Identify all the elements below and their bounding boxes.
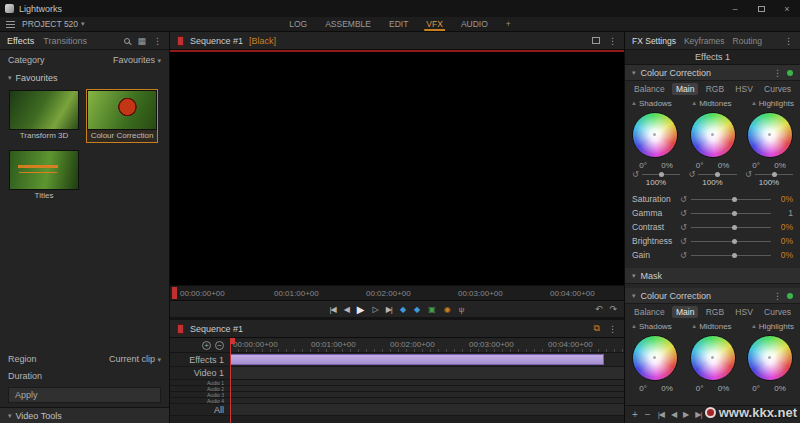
mic-icon[interactable]: ψ [459,305,465,314]
slider-knob[interactable] [659,172,664,177]
go-to-end-button[interactable]: ▶| [386,305,392,314]
favourites-group-header[interactable]: ▾ Favourites [0,70,169,86]
fx-settings-scroll[interactable]: ▾ Colour Correction ⋮ Balance Main RGB H… [625,65,800,405]
reset-icon[interactable]: ↺ [680,238,687,245]
tab-vfx[interactable]: VFX [424,17,445,31]
mode-tab-hsv[interactable]: HSV [731,306,756,318]
slider-knob[interactable] [732,211,737,216]
slider-knob[interactable] [772,172,777,177]
viewer-timecode-ruler[interactable]: 00:00:00+00 00:01:00+00 00:02:00+00 00:0… [170,285,624,300]
effect-colour-correction[interactable]: Colour Correction [86,89,158,143]
hamburger-menu-icon[interactable] [6,21,15,28]
kebab-menu-icon[interactable]: ⋮ [608,36,617,46]
midtones-colour-wheel[interactable] [690,112,736,158]
mode-tab-rgb[interactable]: RGB [702,83,728,95]
effect-titles[interactable]: Titles [8,149,80,203]
tab-assemble[interactable]: ASSEMBLE [323,17,373,31]
reset-icon[interactable]: ↺ [745,171,752,178]
play-button[interactable]: ▶ [357,304,365,315]
track-label[interactable]: Audio 3 [170,392,230,397]
effect-transform-3d[interactable]: Transform 3D [8,89,80,143]
zoom-out-icon[interactable]: − [215,341,224,350]
step-forward-button[interactable]: ▷ [373,305,378,314]
slider-track[interactable] [691,199,771,200]
minimize-button[interactable]: – [722,0,748,17]
track-content[interactable] [230,392,624,397]
track-label[interactable]: All [170,404,230,415]
add-effect-button[interactable]: + [632,409,638,420]
track-label[interactable]: Video 1 [170,367,230,379]
track-label[interactable]: Audio 4 [170,398,230,403]
step-back-button[interactable]: ◀ [344,305,349,314]
effect-clip-bar[interactable] [230,354,604,365]
slider-knob[interactable] [732,197,737,202]
reset-icon[interactable]: ↺ [689,171,696,178]
slider-track[interactable] [691,255,771,256]
go-to-end-button[interactable]: ▶| [695,410,701,419]
wheel-tab-shadows[interactable]: ▲Shadows [631,322,672,331]
slider-knob[interactable] [732,253,737,258]
apply-button[interactable]: Apply [8,387,161,403]
colour-correction-section-header[interactable]: ▾ Colour Correction ⋮ [625,65,800,81]
remove-effect-button[interactable]: − [645,409,651,420]
zoom-in-icon[interactable]: + [202,341,211,350]
reset-icon[interactable]: ↺ [680,252,687,259]
tab-transitions[interactable]: Transitions [43,36,87,46]
kebab-menu-icon[interactable]: ⋮ [773,68,782,78]
track-content[interactable] [230,380,624,385]
project-selector[interactable]: PROJECT 520 [22,19,78,29]
maximize-button[interactable] [748,0,774,17]
video-viewer[interactable] [170,50,624,285]
mode-tab-main[interactable]: Main [672,306,698,318]
midtones-colour-wheel[interactable] [690,335,736,381]
mode-tab-rgb[interactable]: RGB [702,306,728,318]
tab-edit[interactable]: EDIT [387,17,410,31]
replace-icon[interactable]: ▣ [428,305,436,314]
wheel-tab-shadows[interactable]: ▲Shadows [631,99,672,108]
mask-section-header[interactable]: ▾ Mask [625,268,800,284]
track-content[interactable] [230,386,624,391]
layers-icon[interactable]: ⧉ [594,323,600,334]
wheel-tab-midtones[interactable]: ▲Midtones [691,99,731,108]
wheel-luma-slider[interactable] [698,174,736,175]
grid-view-icon[interactable]: ▦ [137,36,146,46]
track-label[interactable]: Effects 1 [170,353,230,366]
play-button[interactable]: ▶ [683,410,688,419]
slider-track[interactable] [691,227,771,228]
tab-keyframes[interactable]: Keyframes [684,36,725,46]
shadows-colour-wheel[interactable] [632,335,678,381]
highlights-colour-wheel[interactable] [747,112,793,158]
kebab-menu-icon[interactable]: ⋮ [784,36,793,46]
go-to-start-button[interactable]: |◀ [658,410,664,419]
tab-fx-settings[interactable]: FX Settings [632,36,676,46]
slider-track[interactable] [691,241,771,242]
colour-correction-2-section-header[interactable]: ▾ Colour Correction ⋮ [625,288,800,304]
timeline-timecode-ruler[interactable]: 00:00:00+00 00:01:00+00 00:02:00+00 00:0… [230,338,624,352]
wheel-tab-midtones[interactable]: ▲Midtones [691,322,731,331]
mode-tab-hsv[interactable]: HSV [731,83,756,95]
timeline-playhead[interactable] [230,338,231,423]
shadows-colour-wheel[interactable] [632,112,678,158]
mode-tab-curves[interactable]: Curves [760,83,795,95]
region-dropdown[interactable]: Current clip ▾ [109,354,161,364]
mode-tab-balance[interactable]: Balance [630,83,669,95]
reset-icon[interactable]: ↺ [632,171,639,178]
kebab-menu-icon[interactable]: ⋮ [153,36,162,46]
mode-tab-main[interactable]: Main [672,83,698,95]
track-label[interactable]: Audio 1 [170,380,230,385]
close-button[interactable]: × [774,0,800,17]
reset-icon[interactable]: ↺ [680,210,687,217]
kebab-menu-icon[interactable]: ⋮ [773,291,782,301]
track-content[interactable] [230,398,624,403]
wheel-luma-slider[interactable] [755,174,793,175]
tab-routing[interactable]: Routing [733,36,762,46]
undo-button[interactable]: ↶ [595,304,603,314]
step-back-button[interactable]: ◀ [671,410,676,419]
tab-audio[interactable]: AUDIO [459,17,490,31]
record-icon[interactable]: ◉ [444,305,451,314]
slider-knob[interactable] [715,172,720,177]
wheel-tab-highlights[interactable]: ▲Highlights [751,322,794,331]
track-content[interactable] [230,367,624,379]
category-dropdown[interactable]: Favourites ▾ [113,55,161,65]
video-tools-section[interactable]: ▾ Video Tools [0,407,169,423]
